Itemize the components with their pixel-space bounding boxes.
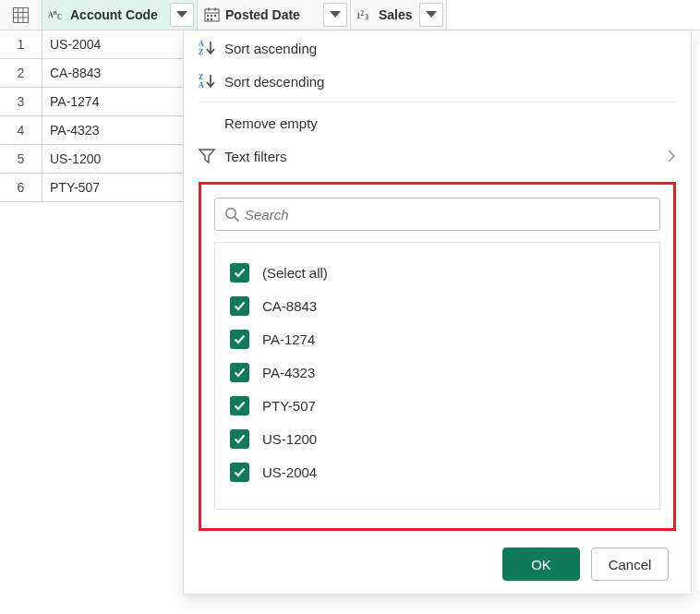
row-number: 4 — [0, 116, 42, 145]
filter-search-box[interactable] — [214, 198, 660, 231]
sort-ascending-icon: A Z — [199, 40, 224, 56]
svg-marker-8 — [176, 11, 187, 18]
column-header-account[interactable]: A B C Account Code — [42, 0, 198, 30]
svg-line-31 — [235, 217, 239, 222]
text-type-icon: A B C — [48, 7, 65, 22]
svg-marker-18 — [330, 11, 341, 18]
svg-text:2: 2 — [361, 10, 365, 18]
menu-label: Remove empty — [224, 115, 676, 131]
column-filter-button-sales[interactable] — [419, 3, 443, 27]
filter-values-list: (Select all) CA-8843 PA-1274 PA-4323 — [214, 242, 660, 510]
cell-account[interactable]: PTY-507 — [42, 174, 198, 202]
svg-marker-22 — [426, 11, 437, 18]
number-type-icon: 1 2 3 — [356, 7, 373, 22]
ok-button[interactable]: OK — [502, 548, 580, 581]
menu-separator — [199, 102, 676, 102]
cell-account[interactable]: CA-8843 — [42, 59, 198, 88]
search-icon — [224, 207, 245, 223]
chevron-right-icon — [667, 149, 676, 163]
row-number: 1 — [0, 30, 42, 59]
svg-text:Z: Z — [199, 48, 203, 56]
svg-point-30 — [226, 208, 235, 217]
svg-text:A: A — [199, 81, 204, 90]
filter-icon — [199, 148, 224, 164]
menu-sort-descending[interactable]: Z A Sort descending — [184, 65, 691, 98]
svg-rect-17 — [211, 18, 212, 20]
filter-value-row[interactable]: CA-8843 — [230, 289, 645, 322]
filter-value-label: PA-1274 — [262, 331, 315, 347]
column-filter-button-posted[interactable] — [323, 3, 347, 27]
svg-text:C: C — [57, 14, 62, 21]
column-filter-button-account[interactable] — [170, 3, 194, 27]
column-label: Account Code — [70, 7, 170, 22]
filter-value-label: PA-4323 — [262, 365, 315, 380]
cell-account[interactable]: US-1200 — [42, 145, 198, 174]
row-number: 2 — [0, 59, 42, 88]
column-label: Posted Date — [225, 7, 323, 22]
button-label: OK — [531, 557, 551, 572]
svg-text:A: A — [199, 40, 204, 48]
menu-label: Sort ascending — [224, 41, 676, 56]
cell-account[interactable]: PA-4323 — [42, 116, 198, 145]
table-icon — [13, 7, 29, 23]
checkbox-icon[interactable] — [230, 296, 249, 316]
svg-rect-16 — [207, 18, 209, 20]
menu-label: Sort descending — [224, 74, 676, 90]
svg-rect-15 — [214, 15, 216, 17]
svg-rect-0 — [14, 7, 29, 22]
column-filter-dropdown: A Z Sort ascending Z A Sort descending R… — [183, 31, 692, 595]
svg-rect-13 — [207, 15, 209, 17]
row-number: 5 — [0, 145, 42, 174]
filter-value-row[interactable]: US-1200 — [230, 422, 645, 455]
checkbox-icon[interactable] — [230, 363, 249, 382]
filter-value-label: US-2004 — [262, 464, 317, 480]
filter-value-row[interactable]: (Select all) — [230, 256, 645, 289]
row-number: 6 — [0, 174, 42, 202]
row-number: 3 — [0, 88, 42, 116]
checkbox-icon[interactable] — [230, 330, 249, 349]
svg-marker-29 — [199, 150, 214, 163]
filter-value-label: (Select all) — [262, 265, 328, 281]
cell-account[interactable]: US-2004 — [42, 30, 198, 59]
menu-sort-ascending[interactable]: A Z Sort ascending — [184, 31, 691, 65]
cell-account[interactable]: PA-1274 — [42, 88, 198, 116]
svg-text:3: 3 — [365, 13, 368, 21]
filter-value-row[interactable]: PTY-507 — [230, 389, 645, 422]
filter-value-row[interactable]: PA-1274 — [230, 322, 645, 355]
date-type-icon — [203, 7, 220, 22]
filter-value-label: US-1200 — [262, 431, 317, 447]
menu-text-filters[interactable]: Text filters — [184, 139, 691, 173]
filter-value-row[interactable]: PA-4323 — [230, 355, 645, 389]
button-label: Cancel — [609, 557, 652, 572]
svg-rect-14 — [211, 15, 212, 17]
menu-remove-empty[interactable]: Remove empty — [184, 106, 691, 139]
checkbox-icon[interactable] — [230, 429, 249, 449]
table-header-row: A B C Account Code — [0, 0, 700, 30]
filter-value-label: CA-8843 — [262, 298, 317, 314]
menu-label: Text filters — [224, 149, 667, 164]
cancel-button[interactable]: Cancel — [591, 548, 669, 581]
svg-text:Z: Z — [199, 73, 203, 81]
filter-values-section: (Select all) CA-8843 PA-1274 PA-4323 — [199, 182, 676, 531]
column-label: Sales — [379, 7, 419, 22]
column-header-sales[interactable]: 1 2 3 Sales — [351, 0, 447, 30]
column-header-posted[interactable]: Posted Date — [198, 0, 351, 30]
filter-value-row[interactable]: US-2004 — [230, 455, 645, 488]
search-input[interactable] — [245, 207, 650, 223]
select-all-cell[interactable] — [0, 0, 42, 30]
checkbox-icon[interactable] — [230, 263, 249, 283]
checkbox-icon[interactable] — [230, 463, 249, 482]
dialog-buttons: OK Cancel — [184, 538, 691, 581]
filter-value-label: PTY-507 — [262, 398, 316, 414]
sort-descending-icon: Z A — [199, 73, 224, 90]
checkbox-icon[interactable] — [230, 396, 249, 415]
